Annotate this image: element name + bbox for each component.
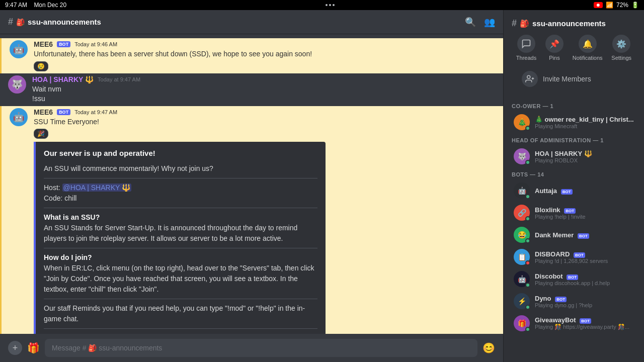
embed-staff-note: Our staff Reminds you that if you need h… (44, 303, 317, 324)
messages-container: 🤖 MEE6 BOT Today at 9:46 AM Unfortunatel… (0, 34, 503, 334)
list-item[interactable]: 🔗 Bloxlink BOT Playing !help | !invite (508, 202, 640, 224)
right-channel-hash: # (512, 18, 517, 29)
list-item[interactable]: 🎄 🎄 owner ree_kid_tiny | Christ... Playi… (508, 111, 640, 133)
list-item[interactable]: 🤖 Auttaja BOT (508, 179, 640, 202)
add-button[interactable]: + (8, 341, 22, 355)
member-activity: Playing ROBLOX (535, 157, 634, 163)
chat-panel: # 🎒 ssu-announcements 🔍 👥 🤖 MEE6 BOT Tod… (0, 10, 503, 362)
member-name: Bloxlink BOT (535, 206, 634, 214)
list-item[interactable]: 📋 DISBOARD BOT Playing !d | 1,268,902 se… (508, 246, 640, 268)
embed-what-ssu-text: An SSU Stands for Server Start-Up. It is… (44, 223, 317, 244)
avatar: 🐺 (8, 75, 26, 94)
members-icon[interactable]: 👥 (484, 17, 495, 28)
avatar: 🎁 (514, 315, 530, 331)
member-info: GiveawayBot BOT Playing 🎊 https://giveaw… (535, 316, 634, 330)
status-bar-left: 9:47 AM Mon Dec 20 (5, 2, 66, 9)
avatar: 🔗 (514, 205, 530, 221)
time: 9:47 AM (5, 2, 27, 9)
status-dot (525, 216, 530, 221)
threads-button[interactable]: Threads (516, 35, 536, 61)
embed-what-ssu-title: What is an SSU? (44, 212, 317, 223)
battery-percent: 72% (616, 2, 628, 9)
channel-name-area: # 🎒 ssu-announcements (8, 17, 101, 27)
message-content: HOA | SHARKY 🔱 Today at 9:47 AM Wait nvm… (32, 75, 495, 104)
invite-members-button[interactable]: Invite Members (516, 67, 632, 91)
notifications-button[interactable]: 🔔 Notifications (573, 35, 603, 61)
message-timestamp: Today at 9:47 AM (98, 76, 140, 82)
header-icons: 🔍 👥 (465, 17, 495, 28)
status-bar-right: ⏺ 📶 72% 🔋 (594, 2, 639, 9)
search-icon[interactable]: 🔍 (465, 17, 476, 28)
wifi-icon: 📶 (606, 2, 613, 9)
list-item[interactable]: 🐺 HOA | SHARKY 🔱 Playing ROBLOX (508, 145, 640, 167)
channel-icon: 🎒 (16, 18, 25, 26)
reaction-area: 😢 (34, 61, 495, 71)
member-activity: Playing Minecraft (535, 123, 634, 129)
reaction-area: 🎉 (34, 129, 495, 139)
avatar: 📋 (514, 249, 530, 265)
member-name: Auttaja BOT (535, 187, 634, 195)
member-info: Dank Memer BOT (535, 231, 634, 239)
message-header: MEE6 BOT Today at 9:47 AM (34, 108, 495, 116)
reaction[interactable]: 🎉 (34, 129, 48, 139)
pins-icon: 📌 (545, 35, 564, 53)
app-container: # 🎒 ssu-announcements 🔍 👥 🤖 MEE6 BOT Tod… (0, 10, 644, 362)
date: Mon Dec 20 (34, 2, 66, 9)
list-item[interactable]: 😂 Dank Memer BOT (508, 224, 640, 246)
svg-point-0 (527, 75, 530, 78)
list-item[interactable]: 🎁 GiveawayBot BOT Playing 🎊 https://give… (508, 312, 640, 334)
embed-title: Our server is up and operative! (44, 148, 317, 159)
embed-intro: An SSU will commence momentarily! Why no… (44, 163, 317, 174)
pins-button[interactable]: 📌 Pins (545, 35, 564, 61)
member-name: Dank Memer BOT (535, 231, 634, 239)
message-timestamp: Today at 9:46 AM (74, 41, 117, 47)
settings-button[interactable]: ⚙️ Settings (611, 35, 631, 61)
avatar: 😂 (514, 227, 530, 243)
list-item[interactable]: ⚡ Dyno BOT Playing dyno.gg | ?help (508, 290, 640, 312)
pins-label: Pins (549, 55, 559, 61)
bot-badge: BOT (580, 318, 591, 324)
bot-badge: BOT (567, 275, 578, 280)
embed-code-value: chill (64, 194, 76, 202)
reaction[interactable]: 😢 (34, 61, 48, 71)
right-channel-name: # 🎒 ssu-announcements (512, 18, 636, 29)
member-info: Auttaja BOT (535, 187, 634, 195)
chat-input[interactable] (45, 339, 477, 357)
input-area: + 🎁 😊 (0, 334, 503, 362)
member-name: HOA | SHARKY 🔱 (535, 150, 634, 157)
emoji-button[interactable]: 😊 (482, 342, 495, 354)
avatar: 🐺 (514, 148, 530, 164)
message-text: Wait nvm (32, 84, 495, 95)
message-author: HOA | SHARKY 🔱 (32, 75, 94, 83)
member-activity: Playing 🎊 https://giveaway.party 🎊... (535, 324, 634, 330)
right-channel-icon: 🎒 (520, 19, 529, 28)
section-head-admin: HEAD OF ADMINISTRATION — 1 (504, 133, 644, 145)
settings-label: Settings (611, 55, 631, 61)
bot-badge: BOT (574, 252, 585, 258)
embed-host-mention: @HOA | SHARKY 🔱 (62, 184, 131, 192)
bot-badge: BOT (555, 297, 567, 302)
embed-code: Code: chill (44, 193, 317, 204)
embed-how-join-text: When in ER:LC, click menu (on the top ri… (44, 263, 317, 295)
message-content: MEE6 BOT Today at 9:46 AM Unfortunately,… (34, 40, 495, 71)
message-author: MEE6 (34, 40, 53, 48)
right-panel: # 🎒 ssu-announcements Threads 📌 Pins (503, 10, 644, 362)
message-header: HOA | SHARKY 🔱 Today at 9:47 AM (32, 75, 495, 83)
list-item[interactable]: 🤖 Discobot BOT Playing discohook.app | d… (508, 268, 640, 290)
three-dots (326, 4, 335, 6)
embed-how-join-title: How do I join? (44, 252, 317, 263)
status-dot (525, 283, 530, 288)
bot-badge: BOT (57, 41, 70, 47)
avatar: 🤖 (514, 271, 530, 287)
member-info: 🎄 owner ree_kid_tiny | Christ... Playing… (535, 116, 634, 129)
section-bots: BOTS — 14 (504, 167, 644, 179)
member-info: Bloxlink BOT Playing !help | !invite (535, 206, 634, 220)
channel-hash-icon: # (8, 17, 13, 27)
gift-icon[interactable]: 🎁 (27, 342, 40, 354)
section-co-owner: CO-OWER — 1 (504, 99, 644, 111)
status-dot (525, 160, 530, 165)
embed-host-label: Host: (44, 184, 60, 192)
member-info: Discobot BOT Playing discohook.app | d.h… (535, 273, 634, 286)
member-activity: Playing !help | !invite (535, 214, 634, 220)
right-actions: Threads 📌 Pins 🔔 Notifications ⚙️ Settin… (512, 35, 636, 61)
